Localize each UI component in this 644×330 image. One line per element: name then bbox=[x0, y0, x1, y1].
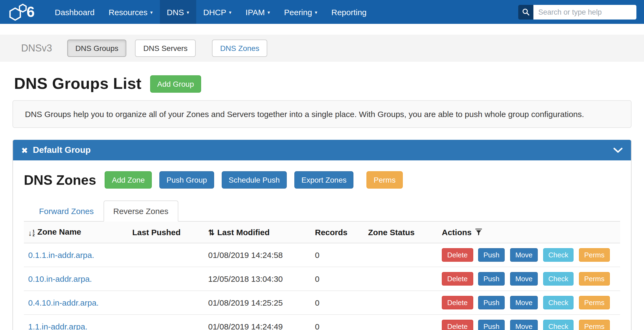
nav-item-dhcp[interactable]: DHCP ▾ bbox=[196, 0, 239, 24]
push-button[interactable]: Push bbox=[478, 296, 505, 309]
group-panel-header[interactable]: ✖ Default Group bbox=[13, 140, 631, 160]
nav-item-peering[interactable]: Peering ▾ bbox=[277, 0, 324, 24]
nav-item-resources[interactable]: Resources ▾ bbox=[102, 0, 160, 24]
search-box bbox=[518, 5, 636, 19]
group-perms-button[interactable]: Perms bbox=[367, 171, 403, 189]
button-dns-servers[interactable]: DNS Servers bbox=[135, 40, 196, 57]
nav-item-ipam[interactable]: IPAM ▾ bbox=[239, 0, 277, 24]
remove-group-icon[interactable]: ✖ bbox=[21, 146, 28, 154]
push-button[interactable]: Push bbox=[478, 248, 505, 262]
search-input[interactable] bbox=[533, 5, 636, 19]
delete-button[interactable]: Delete bbox=[442, 296, 473, 309]
logo-text: 6 bbox=[27, 5, 35, 19]
move-button[interactable]: Move bbox=[510, 272, 538, 286]
col-zone-name[interactable]: ↓12Zone Name bbox=[24, 222, 128, 243]
delete-button[interactable]: Delete bbox=[442, 320, 473, 330]
nav-item-dns[interactable]: DNS ▾ bbox=[160, 0, 196, 24]
col-records[interactable]: Records bbox=[311, 222, 364, 243]
zone-name-cell: 1.1.in-addr.arpa. bbox=[24, 315, 128, 330]
button-dns-zones[interactable]: DNS Zones bbox=[212, 40, 268, 57]
caret-down-icon: ▾ bbox=[268, 10, 270, 15]
col-actions: Actions bbox=[437, 222, 620, 243]
check-button[interactable]: Check bbox=[543, 320, 574, 330]
caret-down-icon: ▾ bbox=[229, 10, 231, 15]
col-last-modified[interactable]: ⇅Last Modified bbox=[204, 222, 311, 243]
column-label: Records bbox=[315, 228, 347, 237]
zones-tabs: Forward Zones Reverse Zones bbox=[24, 200, 620, 222]
check-button[interactable]: Check bbox=[543, 248, 574, 262]
last-pushed-cell bbox=[128, 315, 204, 330]
zone-row: 0.4.10.in-addr.arpa. 01/08/2019 14:25:25… bbox=[24, 291, 620, 315]
nav-label: Peering bbox=[284, 7, 312, 17]
zone-name-cell: 0.1.1.in-addr.arpa. bbox=[24, 243, 128, 267]
caret-down-icon: ▾ bbox=[187, 10, 189, 15]
page: 6 Dashboard Resources ▾ DNS ▾ DHCP ▾ IPA… bbox=[0, 0, 644, 330]
sort-icon: ⇅ bbox=[208, 228, 214, 237]
delete-button[interactable]: Delete bbox=[442, 272, 473, 286]
col-last-pushed[interactable]: Last Pushed bbox=[128, 222, 204, 243]
delete-button[interactable]: Delete bbox=[442, 248, 473, 262]
tab-forward-zones[interactable]: Forward Zones bbox=[29, 200, 104, 222]
col-zone-status[interactable]: Zone Status bbox=[364, 222, 437, 243]
move-button[interactable]: Move bbox=[510, 320, 538, 330]
column-label: Actions bbox=[442, 228, 472, 237]
zone-name-link[interactable]: 0.10.in-addr.arpa. bbox=[28, 274, 92, 283]
filter-icon[interactable] bbox=[475, 229, 482, 236]
button-dns-groups[interactable]: DNS Groups bbox=[67, 40, 127, 57]
dns-subnav: DNSv3 DNS Groups DNS Servers DNS Zones bbox=[0, 35, 644, 62]
nav-item-dashboard[interactable]: Dashboard bbox=[48, 0, 102, 24]
perms-button[interactable]: Perms bbox=[579, 296, 610, 309]
caret-down-icon: ▾ bbox=[315, 10, 317, 15]
hexagon-logo-icon bbox=[8, 3, 28, 21]
column-label: Last Pushed bbox=[132, 228, 181, 237]
perms-button[interactable]: Perms bbox=[579, 320, 610, 330]
collapse-chevron-icon[interactable] bbox=[613, 147, 623, 153]
perms-button[interactable]: Perms bbox=[579, 272, 610, 286]
check-button[interactable]: Check bbox=[543, 296, 574, 309]
schedule-push-button[interactable]: Schedule Push bbox=[222, 171, 287, 189]
export-zones-button[interactable]: Export Zones bbox=[294, 171, 354, 189]
section-label: DNSv3 bbox=[21, 43, 52, 54]
description-text: DNS Groups help you to organize all of y… bbox=[25, 109, 584, 119]
app-logo[interactable]: 6 bbox=[7, 0, 40, 24]
perms-button[interactable]: Perms bbox=[579, 248, 610, 262]
zone-name-link[interactable]: 1.1.in-addr.arpa. bbox=[28, 322, 88, 330]
zone-status-cell bbox=[364, 267, 437, 291]
check-button[interactable]: Check bbox=[543, 272, 574, 286]
nav-label: DHCP bbox=[203, 7, 226, 17]
nav-label: DNS bbox=[167, 7, 184, 17]
last-modified-cell: 12/05/2018 13:04:30 bbox=[204, 267, 311, 291]
add-group-button[interactable]: Add Group bbox=[150, 75, 201, 92]
push-group-button[interactable]: Push Group bbox=[159, 171, 214, 189]
caret-down-icon: ▾ bbox=[150, 10, 153, 15]
push-button[interactable]: Push bbox=[478, 272, 505, 286]
sort-numeric-icon: ↓12 bbox=[28, 229, 35, 237]
last-modified-cell: 01/08/2019 14:25:25 bbox=[204, 291, 311, 315]
zones-table: ↓12Zone Name Last Pushed ⇅Last Modified … bbox=[24, 222, 620, 330]
group-title: Default Group bbox=[33, 145, 91, 155]
push-button[interactable]: Push bbox=[478, 320, 505, 330]
column-label: Zone Status bbox=[368, 228, 415, 237]
zone-name-cell: 0.4.10.in-addr.arpa. bbox=[24, 291, 128, 315]
groups-description: DNS Groups help you to organize all of y… bbox=[12, 100, 632, 128]
add-zone-button[interactable]: Add Zone bbox=[105, 171, 152, 189]
zone-row: 1.1.in-addr.arpa. 01/08/2019 14:24:49 0 … bbox=[24, 315, 620, 330]
last-pushed-cell bbox=[128, 267, 204, 291]
search-icon[interactable] bbox=[518, 5, 533, 19]
column-label: Zone Name bbox=[37, 227, 81, 236]
column-label: Last Modified bbox=[217, 228, 269, 237]
actions-cell: Delete Push Move Check Perms bbox=[437, 315, 620, 330]
group-panel-body: DNS Zones Add Zone Push Group Schedule P… bbox=[13, 160, 631, 330]
zone-name-link[interactable]: 0.1.1.in-addr.arpa. bbox=[28, 250, 94, 260]
actions-cell: Delete Push Move Check Perms bbox=[437, 291, 620, 315]
records-cell: 0 bbox=[311, 267, 364, 291]
nav-label: Resources bbox=[109, 7, 147, 17]
tab-reverse-zones[interactable]: Reverse Zones bbox=[104, 200, 178, 222]
move-button[interactable]: Move bbox=[510, 248, 538, 262]
move-button[interactable]: Move bbox=[510, 296, 538, 309]
zone-status-cell bbox=[364, 291, 437, 315]
zone-row: 0.10.in-addr.arpa. 12/05/2018 13:04:30 0… bbox=[24, 267, 620, 291]
records-cell: 0 bbox=[311, 291, 364, 315]
nav-item-reporting[interactable]: Reporting bbox=[324, 0, 373, 24]
zone-name-link[interactable]: 0.4.10.in-addr.arpa. bbox=[28, 298, 99, 307]
